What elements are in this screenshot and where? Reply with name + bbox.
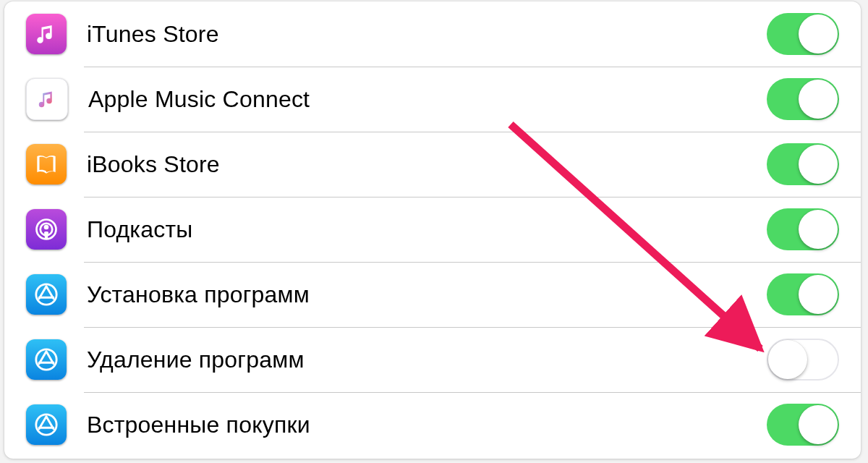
- row-podcasts: Подкасты: [4, 197, 861, 262]
- row-label: Установка программ: [87, 281, 310, 308]
- toggle-delete-apps[interactable]: [767, 339, 839, 381]
- row-install-apps: Установка программ: [4, 262, 861, 327]
- podcasts-icon: [26, 209, 67, 250]
- appstore-icon: [26, 274, 67, 315]
- row-apple-music-connect: Apple Music Connect: [4, 67, 861, 132]
- toggle-install-apps[interactable]: [767, 273, 839, 315]
- row-itunes-store: iTunes Store: [4, 1, 861, 67]
- toggle-apple-music-connect[interactable]: [767, 78, 839, 120]
- settings-panel: iTunes Store Apple Music Connect: [4, 1, 861, 459]
- svg-point-2: [44, 225, 49, 230]
- itunes-icon: [26, 14, 67, 54]
- row-ibooks-store: iBooks Store: [4, 132, 861, 197]
- row-label: Apple Music Connect: [88, 86, 310, 113]
- row-label: iTunes Store: [87, 21, 219, 48]
- toggle-in-app-purchases[interactable]: [767, 404, 839, 446]
- row-label: Удаление программ: [87, 347, 305, 373]
- ibooks-icon: [26, 144, 67, 184]
- toggle-ibooks-store[interactable]: [767, 143, 839, 185]
- toggle-itunes-store[interactable]: [767, 13, 839, 55]
- row-label: Подкасты: [87, 216, 193, 243]
- music-icon: [26, 78, 68, 120]
- row-in-app-purchases: Встроенные покупки: [4, 392, 861, 457]
- row-label: Встроенные покупки: [87, 412, 310, 438]
- appstore-icon: [26, 339, 67, 380]
- row-label: iBooks Store: [87, 151, 220, 178]
- appstore-icon: [26, 404, 67, 445]
- toggle-podcasts[interactable]: [767, 208, 839, 250]
- row-delete-apps: Удаление программ: [4, 327, 861, 392]
